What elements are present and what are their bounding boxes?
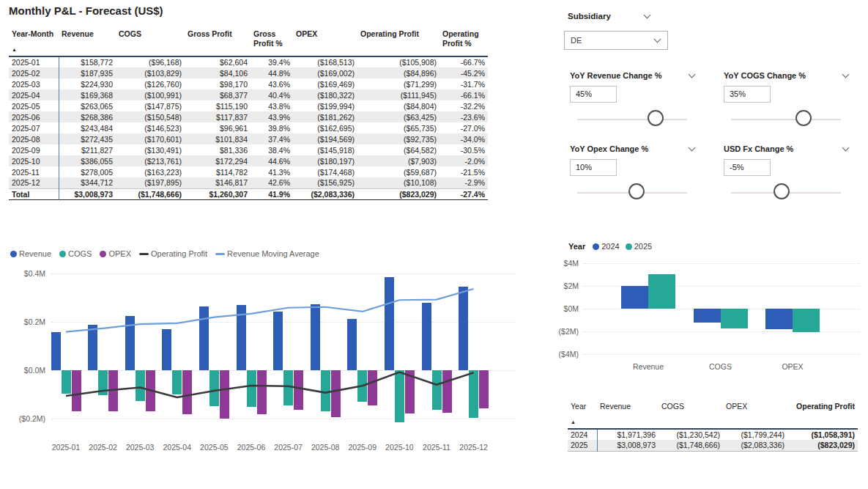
table-row[interactable]: 2025-08$272,435($170,601)$101,83437.4%($… [9, 133, 488, 144]
column-header-operating-profit[interactable]: Operating Profit [357, 28, 439, 56]
column-header-revenue[interactable]: Revenue [59, 28, 116, 56]
cogs-bar[interactable] [432, 370, 442, 410]
yoy-opex-slicer: YoY Opex Change % 10% [570, 144, 696, 207]
table-row[interactable]: 2025-01$158,772($96,168)$62,60439.4%($16… [9, 56, 488, 67]
chevron-down-icon[interactable] [842, 144, 850, 152]
column-header-operating-profit[interactable]: Operating Profit % [439, 28, 488, 56]
table-row[interactable]: 2025-10$386,055($213,761)$172,29444.6%($… [9, 155, 488, 166]
column-header-cogs[interactable]: COGS [659, 400, 723, 429]
year-2024-opex-bar[interactable] [765, 309, 793, 329]
cogs-bar[interactable] [283, 370, 293, 405]
year-2025-cogs-bar[interactable] [721, 309, 748, 328]
cogs-bar[interactable] [395, 370, 404, 422]
table-cell: ($168,513) [293, 56, 357, 67]
revenue-bar[interactable] [311, 304, 320, 370]
table-row[interactable]: 2025-05$263,065($147,875)$115,19043.8%($… [9, 100, 488, 111]
table-row[interactable]: 2025-04$169,368($100,991)$68,37740.4%($1… [9, 89, 488, 100]
table-row[interactable]: 2025-09$211,827($130,491)$81,33638.4%($1… [9, 144, 488, 155]
opex-bar[interactable] [257, 370, 267, 414]
opex-bar[interactable] [220, 370, 229, 419]
revenue-bar[interactable] [199, 306, 209, 370]
opex-bar[interactable] [146, 370, 155, 411]
table-row[interactable]: 2025-07$243,484($146,523)$96,96139.8%($1… [9, 122, 488, 133]
revenue-bar[interactable] [125, 316, 135, 370]
year-2025-revenue-bar[interactable] [648, 274, 675, 309]
chevron-down-icon[interactable] [842, 71, 850, 78]
revenue-bar[interactable] [88, 325, 97, 370]
cogs-bar[interactable] [469, 370, 478, 418]
column-header-gross-profit[interactable]: Gross Profit [185, 28, 251, 56]
revenue-bar[interactable] [459, 287, 468, 370]
cogs-bar[interactable] [209, 370, 219, 406]
column-header-gross-profit[interactable]: Gross Profit % [251, 28, 293, 56]
table-row[interactable]: 2025-12$344,712($197,895)$146,81742.6%($… [9, 177, 488, 188]
column-header-cogs[interactable]: COGS [116, 28, 185, 56]
table-row[interactable]: 2025$3,008,973($1,748,666)($2,083,336)($… [568, 440, 858, 451]
column-header-opex[interactable]: OPEX [723, 400, 787, 429]
opex-bar[interactable] [72, 370, 81, 411]
cogs-bar[interactable] [321, 370, 330, 411]
table-row[interactable]: 2025-06$268,386($150,548)$117,83743.9%($… [9, 111, 488, 122]
column-header-year-month[interactable]: Year-Month▲ [9, 28, 59, 56]
cogs-bar[interactable] [98, 370, 108, 395]
slicer-value-input[interactable]: 35% [724, 86, 771, 103]
opex-bar[interactable] [182, 370, 192, 414]
slider-track[interactable] [577, 119, 687, 120]
year-2025-opex-bar[interactable] [793, 309, 820, 332]
revenue-bar[interactable] [347, 319, 357, 370]
y-axis-label: $0M [551, 304, 579, 313]
table-cell: $146,817 [185, 177, 251, 188]
revenue-bar[interactable] [422, 303, 431, 370]
table-row[interactable]: 2025-03$224,930($126,760)$98,17043.6%($1… [9, 78, 488, 89]
subsidiary-dropdown[interactable]: DE [564, 31, 668, 50]
slider-knob[interactable] [628, 183, 645, 199]
column-header-operating-profit[interactable]: Operating Profit [787, 400, 858, 429]
table-cell: 2025-08 [9, 133, 59, 144]
table-row[interactable]: 2025-02$187,935($103,829)$84,10644.8%($1… [9, 67, 488, 78]
cogs-bar[interactable] [247, 370, 256, 407]
table-cell: 42.6% [251, 177, 293, 188]
opex-bar[interactable] [442, 370, 452, 413]
slider-track[interactable] [731, 119, 841, 120]
table-cell: $98,170 [185, 78, 251, 89]
opex-bar[interactable] [331, 370, 341, 417]
chevron-down-icon[interactable] [689, 144, 696, 152]
column-header-opex[interactable]: OPEX [293, 28, 357, 56]
cogs-bar[interactable] [62, 370, 71, 394]
chevron-down-icon[interactable] [644, 12, 651, 19]
sort-ascending-icon[interactable]: ▲ [12, 45, 56, 54]
slicer-value-input[interactable]: 10% [570, 159, 617, 176]
table-row[interactable]: 2024$1,971,396($1,230,542)($1,799,244)($… [568, 429, 858, 440]
year-2024-cogs-bar[interactable] [694, 309, 721, 323]
sort-ascending-icon[interactable]: ▲ [571, 417, 594, 427]
revenue-bar[interactable] [273, 312, 283, 370]
opex-bar[interactable] [294, 370, 303, 410]
slicer-value-input[interactable]: 45% [570, 86, 617, 103]
cogs-bar[interactable] [136, 370, 145, 401]
monthly-combo-chart: RevenueCOGSOPEXOperating ProfitRevenue M… [9, 246, 516, 466]
opex-bar[interactable] [368, 370, 377, 405]
revenue-bar[interactable] [51, 332, 61, 370]
slider-knob[interactable] [648, 110, 664, 126]
year-2024-revenue-bar[interactable] [621, 286, 648, 309]
revenue-bar[interactable] [385, 277, 394, 370]
table-cell: 39.4% [251, 56, 293, 67]
cogs-bar[interactable] [172, 370, 182, 394]
cogs-bar[interactable] [357, 370, 367, 402]
table-row[interactable]: Total$3,008,973($1,748,666)$1,260,30741.… [9, 188, 488, 199]
opex-bar[interactable] [479, 370, 489, 408]
gridline [51, 419, 516, 419]
table-cell: $3,008,973 [597, 440, 659, 451]
column-header-revenue[interactable]: Revenue [597, 400, 659, 429]
chevron-down-icon[interactable] [689, 71, 696, 78]
column-header-year[interactable]: Year▲ [568, 400, 597, 429]
table-row[interactable]: 2025-11$278,005($163,223)$114,78241.3%($… [9, 166, 488, 177]
revenue-bar[interactable] [162, 329, 171, 370]
slider-knob[interactable] [774, 183, 790, 199]
revenue-bar[interactable] [237, 305, 246, 370]
opex-bar[interactable] [108, 370, 118, 411]
slider-knob[interactable] [795, 110, 812, 126]
y-axis-label: $2M [551, 282, 579, 290]
slicer-value-input[interactable]: -5% [724, 159, 771, 176]
opex-bar[interactable] [405, 370, 415, 413]
